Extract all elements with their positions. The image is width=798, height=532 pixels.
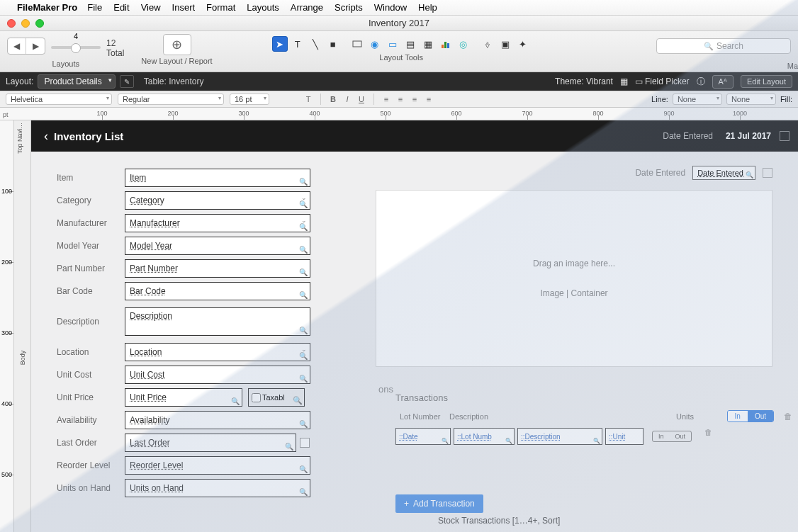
- manufacturer-field[interactable]: Manufacturer⌄🔍: [125, 214, 310, 232]
- font-selector[interactable]: Helvetica: [6, 94, 112, 105]
- next-layout-button[interactable]: ▶: [26, 38, 45, 54]
- layout-body: Item Item🔍 Category Category⌄🔍 Manufactu…: [31, 152, 798, 532]
- buttonbar-tool-icon[interactable]: ▭: [385, 36, 400, 52]
- menu-file[interactable]: File: [87, 2, 102, 13]
- trash-icon[interactable]: 🗑: [784, 412, 792, 421]
- truncated-label: Ma: [787, 62, 798, 70]
- italic-button[interactable]: I: [341, 94, 354, 105]
- webview-tool-icon[interactable]: ◎: [456, 36, 471, 52]
- add-transaction-button[interactable]: + Add Transaction: [395, 494, 483, 513]
- menu-layouts[interactable]: Layouts: [247, 2, 279, 13]
- menu-help[interactable]: Help: [418, 2, 437, 13]
- menu-insert[interactable]: Insert: [172, 2, 196, 13]
- theme-icon[interactable]: ▦: [620, 77, 628, 86]
- menu-format[interactable]: Format: [206, 2, 235, 13]
- calendar-icon[interactable]: [300, 438, 310, 448]
- format-painter-icon[interactable]: ⎀: [480, 36, 495, 52]
- bold-button[interactable]: B: [327, 94, 339, 105]
- container-label: Image | Container: [540, 288, 607, 298]
- layout-tools-group: ➤ T ╲ ■ ◉ ▭ ▤ ▦ ◎ ⎀ ▣ ✦ Layout Tools: [272, 34, 531, 62]
- edit-layout-button[interactable]: Edit Layout: [741, 75, 792, 88]
- availability-field[interactable]: Availability🔍: [125, 411, 310, 429]
- inout-toggle[interactable]: InOut: [727, 410, 774, 422]
- calendar-icon[interactable]: [763, 168, 772, 178]
- info-icon[interactable]: ⓘ: [697, 76, 705, 88]
- barcode-field[interactable]: Bar Code🔍: [125, 282, 310, 300]
- unitcost-field[interactable]: Unit Cost🔍: [125, 366, 310, 384]
- search-input[interactable]: Search: [656, 38, 791, 54]
- chart-tool-icon[interactable]: [438, 36, 454, 52]
- text-tool-icon[interactable]: T: [290, 36, 305, 52]
- portal-tool-icon[interactable]: ▣: [498, 36, 513, 52]
- weight-selector[interactable]: Regular: [118, 94, 224, 105]
- menu-edit[interactable]: Edit: [113, 2, 129, 13]
- magic-tool-icon[interactable]: ✦: [515, 36, 531, 52]
- trans-date-field[interactable]: ::Date🔍: [395, 428, 451, 445]
- underline-button[interactable]: U: [355, 94, 368, 105]
- modelyear-label: Model Year: [57, 241, 125, 251]
- pencil-icon[interactable]: ✎: [120, 75, 134, 88]
- rect-tool-icon[interactable]: ■: [325, 36, 341, 52]
- line-style-selector[interactable]: None: [673, 94, 722, 105]
- back-chevron-icon[interactable]: ‹: [44, 129, 48, 144]
- align-justify-icon[interactable]: ≡: [422, 94, 435, 105]
- line-tool-icon[interactable]: ╲: [308, 36, 323, 52]
- tab-tool-icon[interactable]: ▤: [403, 36, 418, 52]
- date-entered-field[interactable]: Date Entered🔍: [692, 166, 755, 180]
- part-labels: Top Navi… Body: [14, 120, 31, 532]
- header-box-icon: [780, 131, 789, 141]
- lastorder-label: Last Order: [57, 438, 125, 448]
- field-tool-icon[interactable]: [349, 36, 365, 52]
- field-picker-button[interactable]: ▭ Field Picker: [635, 77, 690, 86]
- new-layout-button[interactable]: ⊕: [163, 34, 191, 55]
- reorder-field[interactable]: Reorder Level🔍: [125, 456, 310, 475]
- align-left-icon[interactable]: ≡: [380, 94, 393, 105]
- slide-tool-icon[interactable]: ▦: [420, 36, 436, 52]
- layout-selector[interactable]: Product Details: [38, 74, 115, 89]
- menu-arrange[interactable]: Arrange: [291, 2, 323, 13]
- modelyear-field[interactable]: Model Year🔍: [125, 237, 310, 255]
- lastorder-field[interactable]: Last Order🔍: [125, 434, 296, 452]
- window-titlebar: Inventory 2017: [0, 16, 798, 31]
- menu-window[interactable]: Window: [374, 2, 407, 13]
- category-label: Category: [57, 196, 125, 205]
- right-panel: Date Entered Date Entered🔍 Drag an image…: [376, 166, 772, 367]
- unitprice-label: Unit Price: [57, 392, 125, 402]
- menu-scripts[interactable]: Scripts: [335, 2, 363, 13]
- description-label: Description: [57, 317, 125, 327]
- unitsonhand-field[interactable]: Units on Hand🔍: [125, 479, 310, 497]
- transactions-header: Lot Number Description Units InOut 🗑: [395, 407, 792, 425]
- align-center-icon[interactable]: ≡: [394, 94, 407, 105]
- layout-slider[interactable]: 4: [51, 42, 101, 50]
- partnumber-field[interactable]: Part Number🔍: [125, 259, 310, 278]
- trans-unit-field[interactable]: ::Unit: [605, 428, 644, 445]
- layouts-label: Layouts: [52, 60, 79, 68]
- item-field[interactable]: Item🔍: [125, 169, 310, 187]
- trans-lot-field[interactable]: ::Lot Numb🔍: [454, 428, 515, 445]
- app-name[interactable]: FileMaker Pro: [17, 2, 77, 13]
- align-right-icon[interactable]: ≡: [408, 94, 421, 105]
- location-field[interactable]: Location⌄🔍: [125, 343, 310, 361]
- row-inout-toggle[interactable]: InOut: [652, 431, 692, 442]
- description-field[interactable]: Description🔍: [125, 307, 310, 336]
- aa-button[interactable]: Aᴬ: [712, 75, 734, 89]
- category-field[interactable]: Category⌄🔍: [125, 191, 310, 210]
- part-top-nav: Top Navi…: [16, 123, 23, 154]
- pointer-tool-icon[interactable]: ➤: [272, 36, 288, 52]
- taxable-checkbox[interactable]: Taxabl🔍: [248, 388, 305, 407]
- line-width-selector[interactable]: None: [726, 94, 776, 105]
- trans-desc-field[interactable]: ::Description🔍: [517, 428, 602, 445]
- window-title: Inventory 2017: [0, 18, 798, 28]
- text-color-icon[interactable]: T: [302, 94, 315, 105]
- row-trash-icon[interactable]: 🗑: [704, 428, 712, 445]
- layout-canvas[interactable]: ‹ Inventory List Date Entered 21 Jul 201…: [31, 120, 798, 532]
- unitprice-field[interactable]: Unit Price🔍: [125, 388, 242, 407]
- size-selector[interactable]: 16 pt: [230, 94, 269, 105]
- layout-label: Layout:: [6, 77, 33, 86]
- image-container-field[interactable]: Drag an image here... Image | Container: [376, 190, 772, 367]
- prev-layout-button[interactable]: ◀: [8, 38, 26, 54]
- date-entered-label: Date Entered: [663, 131, 713, 141]
- transactions-title-clip: ons: [378, 384, 393, 395]
- button-tool-icon[interactable]: ◉: [367, 36, 383, 52]
- menu-view[interactable]: View: [141, 2, 161, 13]
